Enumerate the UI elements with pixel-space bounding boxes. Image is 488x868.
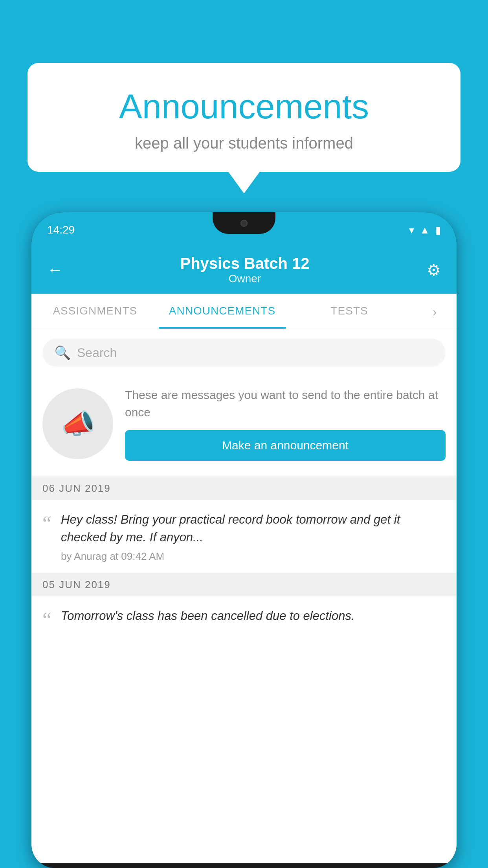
announcement-text-2: Tomorrow's class has been cancelled due … (61, 607, 446, 629)
speech-bubble-arrow (228, 172, 260, 193)
header-title: Physics Batch 12 (180, 255, 309, 272)
announcement-message-1: Hey class! Bring your practical record b… (61, 511, 446, 546)
date-separator-1: 06 JUN 2019 (31, 477, 457, 500)
announcement-item-1: “ Hey class! Bring your practical record… (31, 500, 457, 573)
announcement-prompt: 📣 These are messages you want to send to… (31, 375, 457, 477)
status-time: 14:29 (47, 224, 75, 236)
search-placeholder: Search (77, 346, 117, 360)
signal-icon: ▲ (420, 224, 430, 236)
speech-bubble-title: Announcements (59, 86, 429, 127)
announcement-description: These are messages you want to send to t… (125, 386, 446, 421)
phone-notch (213, 212, 275, 234)
tab-announcements[interactable]: ANNOUNCEMENTS (159, 294, 286, 329)
speech-bubble-container: Announcements keep all your students inf… (28, 63, 460, 193)
status-bar: 14:29 ▾ ▲ ▮ (31, 212, 457, 248)
wifi-icon: ▾ (409, 224, 414, 236)
battery-icon: ▮ (435, 224, 441, 236)
app-header: ← Physics Batch 12 Owner ⚙ (31, 248, 457, 294)
phone-content: 🔍 Search 📣 These are messages you want t… (31, 329, 457, 863)
camera-dot (240, 220, 248, 227)
date-separator-2: 05 JUN 2019 (31, 573, 457, 596)
megaphone-circle: 📣 (42, 388, 113, 459)
search-icon: 🔍 (54, 345, 71, 360)
back-button[interactable]: ← (47, 261, 63, 279)
tab-more[interactable]: › (413, 294, 457, 329)
settings-icon[interactable]: ⚙ (427, 261, 441, 279)
megaphone-icon: 📣 (61, 408, 95, 440)
speech-bubble-subtitle: keep all your students informed (59, 134, 429, 152)
header-subtitle: Owner (180, 272, 309, 285)
announcement-meta-1: by Anurag at 09:42 AM (61, 550, 446, 563)
phone-frame: 14:29 ▾ ▲ ▮ ← Physics Batch 12 Owner ⚙ A… (31, 212, 457, 868)
tab-assignments[interactable]: ASSIGNMENTS (31, 294, 159, 329)
announcement-item-2: “ Tomorrow's class has been cancelled du… (31, 596, 457, 630)
search-bar[interactable]: 🔍 Search (42, 338, 446, 367)
header-center: Physics Batch 12 Owner (180, 255, 309, 285)
quote-icon-2: “ (42, 610, 51, 630)
tab-tests[interactable]: TESTS (286, 294, 413, 329)
announcement-text-1: Hey class! Bring your practical record b… (61, 511, 446, 563)
tabs-bar: ASSIGNMENTS ANNOUNCEMENTS TESTS › (31, 294, 457, 329)
status-icons: ▾ ▲ ▮ (409, 224, 441, 236)
announcement-right: These are messages you want to send to t… (125, 386, 446, 461)
speech-bubble: Announcements keep all your students inf… (28, 63, 460, 172)
announcement-message-2: Tomorrow's class has been cancelled due … (61, 607, 446, 625)
quote-icon-1: “ (42, 513, 51, 534)
make-announcement-button[interactable]: Make an announcement (125, 430, 446, 461)
